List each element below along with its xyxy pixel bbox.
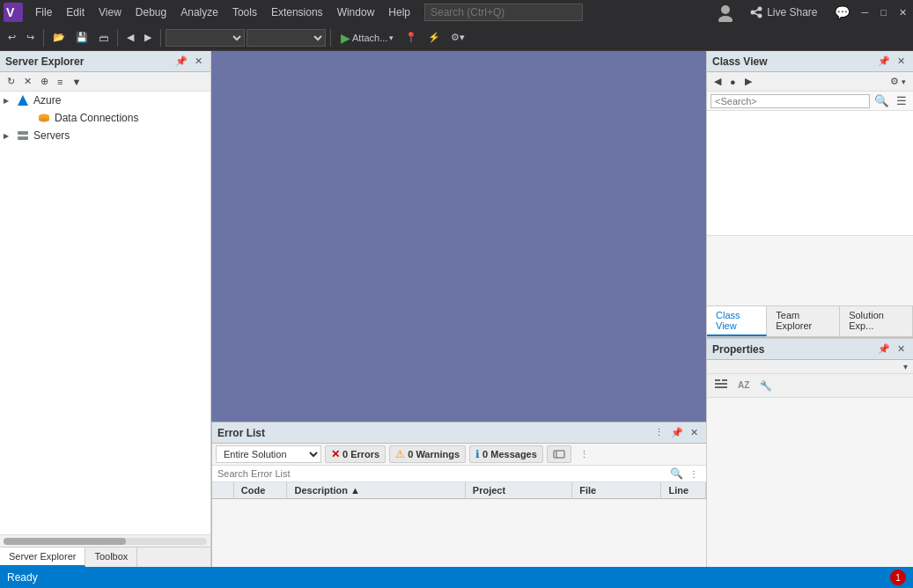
menu-file[interactable]: File (28, 3, 59, 22)
more-tools-btn[interactable]: ⚙▾ (446, 29, 469, 46)
properties-dropdown-button[interactable]: ▾ (903, 362, 908, 371)
close-error-list-button[interactable]: ✕ (688, 426, 701, 439)
status-bar: Ready 1 (0, 567, 913, 588)
refresh-btn[interactable]: ↻ (4, 74, 18, 89)
pin-server-explorer-button[interactable]: 📌 (173, 55, 190, 68)
error-list-options-button[interactable]: ⋮ (577, 448, 592, 461)
menu-analyze[interactable]: Analyze (173, 3, 225, 22)
class-view-search-input[interactable] (711, 94, 870, 108)
error-list-more-button[interactable]: ⋮ (652, 426, 666, 439)
build-only-filter-button[interactable] (547, 445, 571, 463)
toolbar-sep-1 (43, 29, 44, 47)
server-explorer-panel: Server Explorer 📌 ✕ ↻ ✕ ⊕ ≡ ▼ Azure (0, 51, 211, 567)
scrollbar-track (4, 538, 207, 545)
minimize-button[interactable]: ─ (859, 6, 872, 18)
menu-help[interactable]: Help (381, 3, 417, 22)
save-all-btn[interactable]: 🗃 (94, 30, 113, 46)
tree-item-servers[interactable]: Servers (0, 127, 210, 144)
svg-point-3 (718, 16, 733, 22)
open-btn[interactable]: 📂 (48, 29, 70, 46)
errors-count-badge: 0 Errors (342, 449, 379, 459)
pin-error-list-button[interactable]: 📌 (668, 426, 686, 439)
config-dropdown[interactable] (166, 29, 245, 47)
servers-label: Servers (33, 129, 70, 142)
errors-filter-button[interactable]: ✕ 0 Errors (325, 445, 386, 463)
build-filter-icon (553, 448, 565, 460)
pin-properties-button[interactable]: 📌 (875, 342, 893, 356)
cv-forward-button[interactable]: ● (726, 75, 740, 89)
svg-point-12 (39, 118, 49, 122)
menu-debug[interactable]: Debug (129, 3, 173, 22)
cv-settings-button[interactable]: ⚙ ▾ (887, 74, 909, 89)
col-header-description[interactable]: Description ▲ (287, 482, 465, 499)
save-btn[interactable]: 💾 (71, 29, 92, 46)
menu-window[interactable]: Window (330, 3, 382, 22)
messages-filter-button[interactable]: ℹ 0 Messages (469, 445, 543, 463)
class-view-list-button[interactable]: ☰ (894, 93, 909, 108)
class-view-search-row: 🔍 ☰ (707, 92, 913, 111)
properties-toolbar: AZ 🔧 (707, 374, 913, 398)
live-share-button[interactable]: Live Share (742, 2, 824, 23)
svg-marker-9 (18, 95, 28, 106)
error-count-badge: 1 (890, 570, 906, 585)
debug-location-btn[interactable]: 📍 (401, 29, 422, 46)
global-search-input[interactable] (424, 4, 583, 21)
pin-class-view-button[interactable]: 📌 (875, 55, 893, 68)
scrollbar-thumb (4, 538, 126, 545)
svg-point-15 (26, 132, 27, 134)
props-alpha-view-btn[interactable]: AZ (733, 376, 755, 395)
menu-tools[interactable]: Tools (225, 3, 264, 22)
col-header-check[interactable] (212, 482, 233, 499)
cv-back-button[interactable]: ◀ (711, 74, 725, 89)
snippet-btn[interactable]: ⚡ (423, 29, 445, 46)
toolbar-sep-4 (330, 29, 331, 47)
col-header-project[interactable]: Project (465, 482, 571, 499)
close-button[interactable]: ✕ (896, 6, 909, 19)
error-list-search-input[interactable] (217, 468, 666, 479)
forward-btn[interactable]: ▶ (140, 29, 156, 46)
feedback-icon[interactable]: 💬 (832, 4, 852, 20)
cv-up-button[interactable]: ▶ (741, 74, 755, 89)
server-explorer-scrollbar[interactable] (0, 534, 210, 547)
class-view-search-button[interactable]: 🔍 (872, 93, 892, 108)
attach-debug-button[interactable]: ▶ Attach... ▾ (335, 29, 399, 47)
col-header-line[interactable]: Line (661, 482, 706, 499)
filter-btn[interactable]: ▼ (68, 75, 85, 89)
warnings-filter-button[interactable]: ⚠ 0 Warnings (389, 445, 466, 463)
close-properties-button[interactable]: ✕ (895, 342, 908, 356)
new-connection-btn[interactable]: ⊕ (37, 74, 52, 89)
warning-icon: ⚠ (395, 448, 405, 460)
props-cat-view-btn[interactable] (711, 376, 732, 395)
server-explorer-title: Server Explorer (5, 55, 84, 68)
properties-dropdown-row: ▾ (707, 360, 913, 374)
tab-toolbox[interactable]: Toolbox (85, 548, 137, 567)
menu-extensions[interactable]: Extensions (264, 3, 330, 22)
properties-btn[interactable]: ≡ (54, 75, 66, 89)
col-header-code[interactable]: Code (233, 482, 287, 499)
messages-count-badge: 0 Messages (482, 449, 537, 459)
scope-dropdown[interactable]: Entire Solution (216, 445, 321, 463)
tab-server-explorer[interactable]: Server Explorer (0, 548, 85, 567)
close-class-view-button[interactable]: ✕ (895, 55, 908, 68)
redo-btn[interactable]: ↪ (22, 29, 39, 46)
back-btn[interactable]: ◀ (122, 29, 138, 46)
svg-text:AZ: AZ (738, 380, 749, 390)
col-header-file[interactable]: File (572, 482, 661, 499)
tab-solution-explorer[interactable]: Solution Exp... (840, 306, 913, 336)
restore-button[interactable]: □ (878, 6, 889, 18)
close-server-explorer-button[interactable]: ✕ (192, 55, 205, 68)
stop-btn[interactable]: ✕ (20, 74, 35, 89)
menu-view[interactable]: View (92, 3, 129, 22)
user-icon (716, 3, 735, 22)
menu-edit[interactable]: Edit (59, 3, 92, 22)
platform-dropdown[interactable] (247, 29, 326, 47)
error-search-options-button[interactable]: ⋮ (687, 468, 701, 480)
tree-item-azure[interactable]: Azure (0, 92, 210, 109)
azure-expand-icon (4, 96, 16, 105)
tab-team-explorer[interactable]: Team Explorer (767, 306, 840, 336)
menubar: V File Edit View Debug Analyze Tools Ext… (0, 0, 913, 25)
tree-item-data-connections[interactable]: Data Connections (0, 109, 210, 127)
undo-btn[interactable]: ↩ (4, 29, 20, 46)
tab-class-view[interactable]: Class View (707, 306, 767, 336)
props-wrench-btn[interactable]: 🔧 (756, 379, 776, 393)
